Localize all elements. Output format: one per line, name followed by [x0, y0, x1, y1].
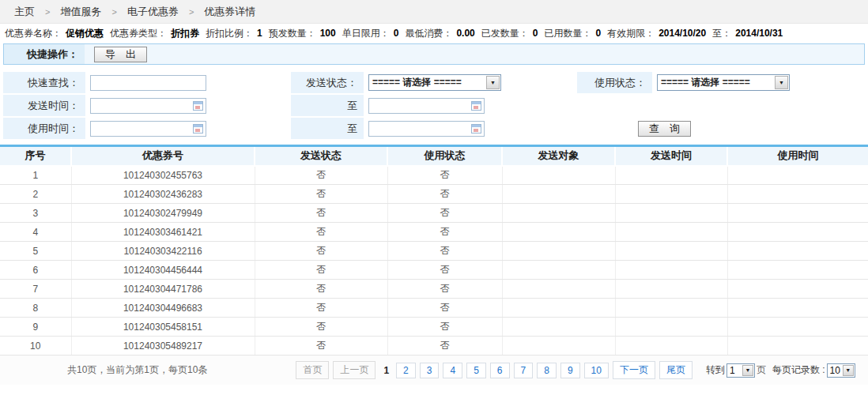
info-valid-from: 有效期限：2014/10/20 [607, 27, 706, 40]
page-link[interactable]: 2 [396, 363, 416, 378]
cell-coupon-no: 101240303461421 [71, 223, 255, 242]
cell-index: 1 [0, 166, 71, 185]
cell-use-time [727, 204, 868, 223]
page-link[interactable]: 9 [560, 363, 580, 378]
chevron-down-icon[interactable]: ▼ [775, 76, 788, 89]
page-link[interactable]: 7 [514, 363, 534, 378]
next-page-button[interactable]: 下一页 [613, 361, 655, 379]
cell-send-time [615, 318, 727, 337]
breadcrumb-value-added-services[interactable]: 增值服务 [60, 5, 101, 19]
cell-use-status: 否 [387, 166, 502, 185]
chevron-down-icon[interactable]: ▼ [742, 365, 753, 376]
cell-send-target [502, 204, 615, 223]
send-status-label: 发送状态： [291, 72, 364, 93]
per-page-select[interactable]: 10 ▼ [827, 363, 855, 378]
cell-send-status: 否 [255, 223, 387, 242]
cell-coupon-no: 101240302479949 [71, 204, 255, 223]
page-link[interactable]: 5 [466, 363, 486, 378]
cell-send-target [502, 185, 615, 204]
send-time-label: 发送时间： [3, 95, 85, 116]
calendar-icon[interactable] [193, 101, 203, 111]
cell-use-status: 否 [387, 299, 502, 318]
cell-index: 7 [0, 280, 71, 299]
chevron-down-icon[interactable]: ▼ [486, 76, 500, 89]
info-coupon-name: 优惠券名称：促销优惠 [5, 27, 104, 40]
page-link[interactable]: 4 [443, 363, 462, 378]
cell-send-status: 否 [255, 166, 387, 185]
quick-search-input[interactable] [90, 75, 206, 91]
breadcrumb-home[interactable]: 主页 [14, 5, 35, 19]
last-page-button[interactable]: 尾页 [659, 361, 693, 379]
breadcrumb-coupon-detail: 优惠券详情 [204, 5, 255, 19]
chevron-down-icon[interactable]: ▼ [843, 365, 854, 376]
cell-send-status: 否 [255, 299, 387, 318]
use-time-to-input[interactable] [368, 121, 485, 137]
page-unit-label: 页 [757, 363, 766, 377]
cell-use-status: 否 [387, 318, 502, 337]
table-row: 4 101240303461421 否 否 [0, 223, 868, 242]
breadcrumb-e-coupon[interactable]: 电子优惠券 [127, 5, 179, 19]
send-status-select[interactable]: ===== 请选择 ===== ▼ [368, 74, 501, 91]
cell-use-time [727, 166, 868, 185]
coupon-info-bar: 优惠券名称：促销优惠 优惠券类型：折扣券 折扣比例：1 预发数量：100 单日限… [0, 24, 868, 43]
pagination-bar: 共10页，当前为第1页，每页10条 首页 上一页 1 2 3 4 5 6 7 8… [0, 356, 868, 385]
cell-index: 5 [0, 242, 71, 261]
export-button[interactable]: 导 出 [94, 47, 147, 62]
table-row: 5 101240303422116 否 否 [0, 242, 868, 261]
prev-page-button[interactable]: 上一页 [333, 361, 376, 379]
cell-index: 2 [0, 185, 71, 204]
use-time-label: 使用时间： [3, 118, 85, 139]
table-row: 7 101240304471786 否 否 [0, 280, 868, 299]
cell-send-status: 否 [255, 204, 387, 223]
send-time-from-input[interactable] [90, 98, 206, 114]
cell-use-status: 否 [387, 337, 502, 356]
page-link[interactable]: 8 [537, 363, 557, 378]
use-time-to-label: 至 [291, 118, 364, 139]
page-summary: 共10页，当前为第1页，每页10条 [67, 363, 207, 377]
page-link[interactable]: 10 [584, 363, 609, 378]
cell-send-time [615, 223, 727, 242]
breadcrumb-separator: > [111, 7, 116, 17]
use-status-select[interactable]: ===== 请选择 ===== ▼ [657, 74, 790, 91]
info-min-spend: 最低消费：0.00 [405, 27, 474, 40]
calendar-icon[interactable] [471, 124, 481, 134]
info-used-count: 已用数量：0 [544, 27, 601, 40]
cell-send-status: 否 [255, 185, 387, 204]
cell-send-target [502, 223, 615, 242]
cell-send-time [615, 185, 727, 204]
cell-index: 10 [0, 337, 71, 356]
current-page: 1 [383, 365, 389, 376]
search-button[interactable]: 查 询 [638, 121, 691, 137]
page-link[interactable]: 6 [490, 363, 510, 378]
cell-coupon-no: 101240304471786 [71, 280, 255, 299]
info-discount-ratio: 折扣比例：1 [206, 27, 262, 40]
info-coupon-type: 优惠券类型：折扣券 [110, 27, 199, 40]
calendar-icon[interactable] [193, 124, 203, 134]
cell-send-status: 否 [255, 261, 387, 280]
cell-send-status: 否 [255, 337, 387, 356]
goto-page-select[interactable]: 1 ▼ [726, 363, 755, 378]
cell-use-status: 否 [387, 261, 502, 280]
cell-index: 3 [0, 204, 71, 223]
cell-use-time [727, 242, 868, 261]
info-daily-limit: 单日限用：0 [342, 27, 399, 40]
pager: 首页 上一页 1 2 3 4 5 6 7 8 9 10 下一页 尾页 转到 1 … [296, 361, 856, 379]
cell-index: 8 [0, 299, 71, 318]
table-row: 6 101240304456444 否 否 [0, 261, 868, 280]
cell-use-time [727, 337, 868, 356]
use-time-from-input[interactable] [90, 121, 206, 137]
per-page-label: 每页记录数 : [772, 363, 825, 377]
cell-use-time [727, 261, 868, 280]
send-time-to-input[interactable] [368, 98, 485, 114]
col-send-time: 发送时间 [615, 146, 727, 166]
info-pre-issue-count: 预发数量：100 [269, 27, 336, 40]
page-link[interactable]: 3 [420, 363, 440, 378]
first-page-button[interactable]: 首页 [296, 361, 329, 379]
cell-use-time [727, 280, 868, 299]
cell-index: 9 [0, 318, 71, 337]
info-valid-to: 至：2014/10/31 [712, 27, 783, 40]
table-row: 8 101240304496683 否 否 [0, 299, 868, 318]
calendar-icon[interactable] [471, 101, 481, 111]
cell-use-time [727, 318, 868, 337]
cell-send-status: 否 [255, 242, 387, 261]
